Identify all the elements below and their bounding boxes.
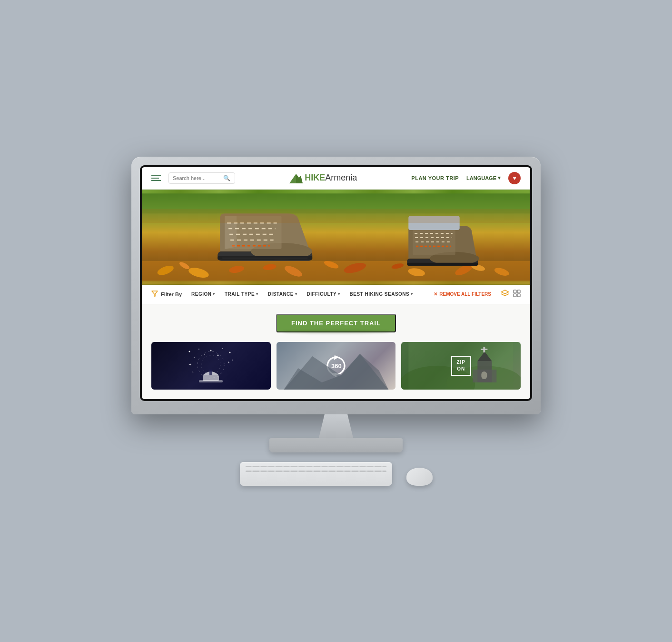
svg-rect-71 (481, 349, 488, 350)
svg-rect-39 (514, 290, 516, 293)
svg-rect-56 (199, 380, 223, 382)
svg-point-43 (189, 351, 190, 352)
svg-point-46 (222, 348, 223, 349)
hamburger-line-3 (151, 180, 161, 181)
grid-icon[interactable] (513, 290, 521, 299)
main-content: FIND THE PERFECT TRAIL (142, 304, 530, 399)
filter-funnel-icon (151, 290, 158, 298)
card-zip-overlay: ZIPON (401, 342, 521, 390)
search-icon[interactable]: 🔍 (223, 175, 230, 181)
distance-label: DISTANCE (268, 291, 294, 297)
hero-boots-svg (142, 190, 530, 285)
hero-image (142, 190, 530, 285)
filter-by-label: Filter By (161, 291, 182, 297)
svg-rect-40 (517, 290, 520, 293)
card-360-overlay: 360 (277, 342, 396, 390)
seasons-label: BEST HIKING SEASONS (350, 291, 410, 297)
svg-text:✦: ✦ (188, 362, 192, 367)
find-trail-button[interactable]: FIND THE PERFECT TRAIL (276, 314, 396, 332)
keyboard (240, 462, 392, 486)
svg-rect-42 (517, 294, 520, 297)
svg-marker-37 (152, 291, 158, 296)
cards-grid: ✦ ✦ ✧ (151, 342, 521, 390)
monitor-bezel: 🔍 HIKEArmenia PLAN YOUR (140, 165, 532, 401)
distance-filter-button[interactable]: DISTANCE ▾ (268, 291, 297, 297)
filter-icons-right (501, 290, 521, 299)
section-title-wrap: FIND THE PERFECT TRAIL (151, 314, 521, 332)
svg-marker-61 (284, 354, 388, 390)
logo-text: HIKEArmenia (305, 173, 357, 183)
card-360[interactable]: 360 (277, 342, 396, 390)
language-chevron-icon: ▾ (498, 175, 501, 181)
logo-hike: HIKE (305, 173, 325, 182)
stargazing-illustration: ✦ ✦ ✧ (185, 347, 237, 385)
heart-icon: ♥ (513, 175, 516, 181)
card-stargazing-overlay: ✦ ✦ ✧ (151, 342, 271, 390)
svg-point-51 (205, 354, 206, 355)
svg-rect-34 (407, 262, 478, 265)
trail-type-filter-button[interactable]: TRAIL TYPE ▾ (225, 291, 258, 297)
nav-right: PLAN YOUR TRIP LANGUAGE ▾ ♥ (411, 172, 521, 184)
remove-filters-label: REMOVE ALL FILTERS (439, 291, 491, 297)
filter-icon-group: Filter By (151, 290, 182, 298)
svg-rect-73 (482, 371, 487, 379)
distance-chevron-icon: ▾ (295, 292, 297, 296)
layers-icon[interactable] (501, 290, 509, 299)
svg-point-45 (210, 350, 212, 351)
website-nav: 🔍 HIKEArmenia PLAN YOUR (142, 167, 530, 190)
hamburger-menu-button[interactable] (151, 175, 161, 181)
difficulty-filter-button[interactable]: DIFFICULTY ▾ (307, 291, 340, 297)
svg-point-47 (229, 351, 231, 353)
svg-point-49 (217, 354, 219, 356)
monitor-stand-neck (307, 414, 365, 438)
favorites-button[interactable]: ♥ (508, 172, 521, 184)
svg-rect-36 (142, 209, 530, 223)
svg-point-48 (194, 357, 195, 358)
difficulty-label: DIFFICULTY (307, 291, 337, 297)
svg-marker-1 (296, 174, 303, 183)
scene: 🔍 HIKEArmenia PLAN YOUR (122, 157, 550, 486)
logo-mountain-icon (289, 173, 303, 183)
search-input[interactable] (173, 175, 220, 181)
svg-rect-41 (514, 294, 516, 297)
language-button[interactable]: LANGUAGE ▾ (466, 175, 501, 181)
language-label: LANGUAGE (466, 175, 496, 181)
desk-items (240, 462, 433, 486)
svg-point-50 (232, 360, 233, 361)
hamburger-line-1 (151, 175, 161, 176)
difficulty-chevron-icon: ▾ (338, 292, 340, 296)
mountains-bg (277, 342, 396, 390)
search-wrapper: 🔍 (168, 172, 235, 184)
svg-text:✦: ✦ (227, 361, 230, 364)
hamburger-line-2 (151, 178, 159, 179)
card-stargazing[interactable]: ✦ ✦ ✧ (151, 342, 271, 390)
svg-marker-38 (501, 290, 509, 294)
card-zip[interactable]: ZIPON (401, 342, 521, 390)
svg-rect-55 (209, 370, 212, 375)
region-chevron-icon: ▾ (213, 292, 215, 296)
monitor: 🔍 HIKEArmenia PLAN YOUR (131, 157, 541, 414)
trail-type-chevron-icon: ▾ (256, 292, 258, 296)
screen: 🔍 HIKEArmenia PLAN YOUR (142, 167, 530, 399)
monitor-stand-base (269, 438, 403, 452)
logo-area[interactable]: HIKEArmenia (243, 173, 404, 183)
region-filter-button[interactable]: REGION ▾ (191, 291, 215, 297)
seasons-chevron-icon: ▾ (411, 292, 413, 296)
zip-label: ZIPON (451, 356, 471, 376)
trail-type-label: TRAIL TYPE (225, 291, 255, 297)
remove-filters-button[interactable]: ✕ REMOVE ALL FILTERS (434, 291, 491, 297)
svg-text:✧: ✧ (192, 371, 194, 373)
plan-trip-link[interactable]: PLAN YOUR TRIP (411, 175, 459, 181)
remove-x-icon: ✕ (434, 291, 437, 297)
logo-armenia: Armenia (325, 173, 357, 182)
region-label: REGION (191, 291, 211, 297)
filter-bar: Filter By REGION ▾ TRAIL TYPE ▾ DISTANCE… (142, 285, 530, 304)
mouse (406, 468, 433, 486)
svg-point-44 (198, 349, 199, 350)
seasons-filter-button[interactable]: BEST HIKING SEASONS ▾ (350, 291, 413, 297)
